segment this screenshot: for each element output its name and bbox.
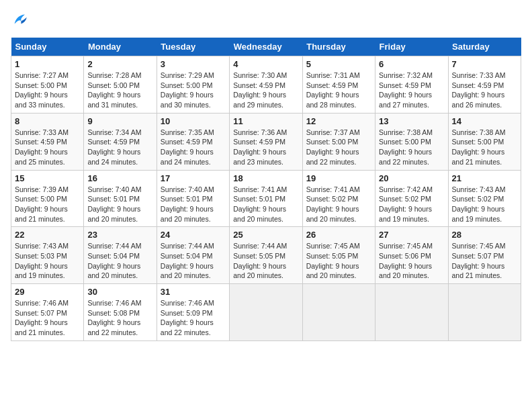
calendar-cell: 31Sunrise: 7:46 AM Sunset: 5:09 PM Dayli… [157,284,229,341]
day-info: Sunrise: 7:46 AM Sunset: 5:07 PM Dayligh… [15,298,80,338]
day-info: Sunrise: 7:28 AM Sunset: 5:00 PM Dayligh… [87,71,152,110]
calendar-cell: 14Sunrise: 7:38 AM Sunset: 5:00 PM Dayli… [448,113,521,170]
calendar-cell: 28Sunrise: 7:45 AM Sunset: 5:07 PM Dayli… [448,227,521,284]
day-info: Sunrise: 7:33 AM Sunset: 4:59 PM Dayligh… [452,71,517,110]
day-number: 7 [452,59,517,69]
day-number: 27 [379,230,444,240]
weekday-header-tuesday: Tuesday [157,38,229,56]
day-number: 21 [452,173,517,183]
weekday-header-thursday: Thursday [302,38,375,56]
logo [11,11,34,30]
day-number: 30 [87,287,152,297]
day-info: Sunrise: 7:27 AM Sunset: 5:00 PM Dayligh… [15,71,80,110]
calendar-cell: 19Sunrise: 7:41 AM Sunset: 5:02 PM Dayli… [302,170,375,227]
day-info: Sunrise: 7:43 AM Sunset: 5:02 PM Dayligh… [452,185,517,224]
day-info: Sunrise: 7:45 AM Sunset: 5:05 PM Dayligh… [306,241,371,281]
day-number: 18 [233,173,298,183]
calendar-cell: 29Sunrise: 7:46 AM Sunset: 5:07 PM Dayli… [11,284,84,341]
day-number: 3 [161,59,226,69]
calendar-cell: 7Sunrise: 7:33 AM Sunset: 4:59 PM Daylig… [448,56,521,113]
calendar-cell: 1Sunrise: 7:27 AM Sunset: 5:00 PM Daylig… [11,56,84,113]
calendar-cell: 3Sunrise: 7:29 AM Sunset: 5:00 PM Daylig… [157,56,229,113]
calendar-cell: 17Sunrise: 7:40 AM Sunset: 5:01 PM Dayli… [157,170,229,227]
calendar-cell [230,284,302,341]
day-number: 14 [452,116,517,126]
day-info: Sunrise: 7:39 AM Sunset: 5:00 PM Dayligh… [15,185,80,224]
day-info: Sunrise: 7:46 AM Sunset: 5:09 PM Dayligh… [161,298,226,338]
calendar-cell [302,284,375,341]
day-info: Sunrise: 7:38 AM Sunset: 5:00 PM Dayligh… [379,128,444,167]
day-info: Sunrise: 7:37 AM Sunset: 5:00 PM Dayligh… [306,128,371,167]
calendar-week-row: 15Sunrise: 7:39 AM Sunset: 5:00 PM Dayli… [11,170,521,227]
calendar-cell: 12Sunrise: 7:37 AM Sunset: 5:00 PM Dayli… [302,113,375,170]
calendar-cell [448,284,521,341]
day-info: Sunrise: 7:34 AM Sunset: 4:59 PM Dayligh… [87,128,152,167]
calendar-cell: 30Sunrise: 7:46 AM Sunset: 5:08 PM Dayli… [84,284,157,341]
day-number: 23 [87,230,152,240]
day-info: Sunrise: 7:46 AM Sunset: 5:08 PM Dayligh… [87,298,152,338]
weekday-header-saturday: Saturday [448,38,521,56]
day-info: Sunrise: 7:44 AM Sunset: 5:04 PM Dayligh… [161,241,226,281]
day-number: 9 [87,116,152,126]
calendar-cell: 16Sunrise: 7:40 AM Sunset: 5:01 PM Dayli… [84,170,157,227]
calendar-body: 1Sunrise: 7:27 AM Sunset: 5:00 PM Daylig… [11,56,521,341]
day-number: 4 [233,59,298,69]
day-info: Sunrise: 7:38 AM Sunset: 5:00 PM Dayligh… [452,128,517,167]
day-info: Sunrise: 7:29 AM Sunset: 5:00 PM Dayligh… [161,71,226,110]
weekday-header-friday: Friday [375,38,448,56]
calendar-week-row: 8Sunrise: 7:33 AM Sunset: 4:59 PM Daylig… [11,113,521,170]
calendar-cell: 8Sunrise: 7:33 AM Sunset: 4:59 PM Daylig… [11,113,84,170]
day-info: Sunrise: 7:44 AM Sunset: 5:04 PM Dayligh… [87,241,152,281]
day-info: Sunrise: 7:36 AM Sunset: 4:59 PM Dayligh… [233,128,298,167]
calendar-cell: 23Sunrise: 7:44 AM Sunset: 5:04 PM Dayli… [84,227,157,284]
calendar-cell: 13Sunrise: 7:38 AM Sunset: 5:00 PM Dayli… [375,113,448,170]
day-info: Sunrise: 7:32 AM Sunset: 4:59 PM Dayligh… [379,71,444,110]
calendar-cell [375,284,448,341]
weekday-header-sunday: Sunday [11,38,84,56]
day-number: 10 [161,116,226,126]
day-info: Sunrise: 7:41 AM Sunset: 5:02 PM Dayligh… [306,185,371,224]
day-info: Sunrise: 7:41 AM Sunset: 5:01 PM Dayligh… [233,185,298,224]
day-number: 25 [233,230,298,240]
day-info: Sunrise: 7:30 AM Sunset: 4:59 PM Dayligh… [233,71,298,110]
day-number: 20 [379,173,444,183]
calendar-cell: 27Sunrise: 7:45 AM Sunset: 5:06 PM Dayli… [375,227,448,284]
day-number: 19 [306,173,371,183]
calendar-cell: 5Sunrise: 7:31 AM Sunset: 4:59 PM Daylig… [302,56,375,113]
calendar-week-row: 22Sunrise: 7:43 AM Sunset: 5:03 PM Dayli… [11,227,521,284]
day-number: 26 [306,230,371,240]
day-info: Sunrise: 7:42 AM Sunset: 5:02 PM Dayligh… [379,185,444,224]
day-number: 31 [161,287,226,297]
calendar-cell: 20Sunrise: 7:42 AM Sunset: 5:02 PM Dayli… [375,170,448,227]
day-number: 16 [87,173,152,183]
calendar-cell: 18Sunrise: 7:41 AM Sunset: 5:01 PM Dayli… [230,170,302,227]
weekday-header-wednesday: Wednesday [230,38,302,56]
day-info: Sunrise: 7:40 AM Sunset: 5:01 PM Dayligh… [87,185,152,224]
calendar-cell: 9Sunrise: 7:34 AM Sunset: 4:59 PM Daylig… [84,113,157,170]
calendar-cell: 22Sunrise: 7:43 AM Sunset: 5:03 PM Dayli… [11,227,84,284]
day-number: 22 [15,230,80,240]
day-info: Sunrise: 7:44 AM Sunset: 5:05 PM Dayligh… [233,241,298,281]
day-info: Sunrise: 7:43 AM Sunset: 5:03 PM Dayligh… [15,241,80,281]
calendar-header: SundayMondayTuesdayWednesdayThursdayFrid… [11,38,521,56]
calendar-cell: 6Sunrise: 7:32 AM Sunset: 4:59 PM Daylig… [375,56,448,113]
calendar-table: SundayMondayTuesdayWednesdayThursdayFrid… [11,38,521,341]
day-number: 11 [233,116,298,126]
calendar-cell: 15Sunrise: 7:39 AM Sunset: 5:00 PM Dayli… [11,170,84,227]
day-number: 15 [15,173,80,183]
calendar-week-row: 1Sunrise: 7:27 AM Sunset: 5:00 PM Daylig… [11,56,521,113]
day-info: Sunrise: 7:45 AM Sunset: 5:06 PM Dayligh… [379,241,444,281]
day-number: 2 [87,59,152,69]
page-header [11,11,521,30]
calendar-cell: 26Sunrise: 7:45 AM Sunset: 5:05 PM Dayli… [302,227,375,284]
calendar-cell: 11Sunrise: 7:36 AM Sunset: 4:59 PM Dayli… [230,113,302,170]
calendar-cell: 25Sunrise: 7:44 AM Sunset: 5:05 PM Dayli… [230,227,302,284]
calendar-week-row: 29Sunrise: 7:46 AM Sunset: 5:07 PM Dayli… [11,284,521,341]
day-info: Sunrise: 7:33 AM Sunset: 4:59 PM Dayligh… [15,128,80,167]
day-number: 28 [452,230,517,240]
day-number: 13 [379,116,444,126]
day-number: 29 [15,287,80,297]
weekday-row: SundayMondayTuesdayWednesdayThursdayFrid… [11,38,521,56]
day-number: 12 [306,116,371,126]
calendar-cell: 24Sunrise: 7:44 AM Sunset: 5:04 PM Dayli… [157,227,229,284]
